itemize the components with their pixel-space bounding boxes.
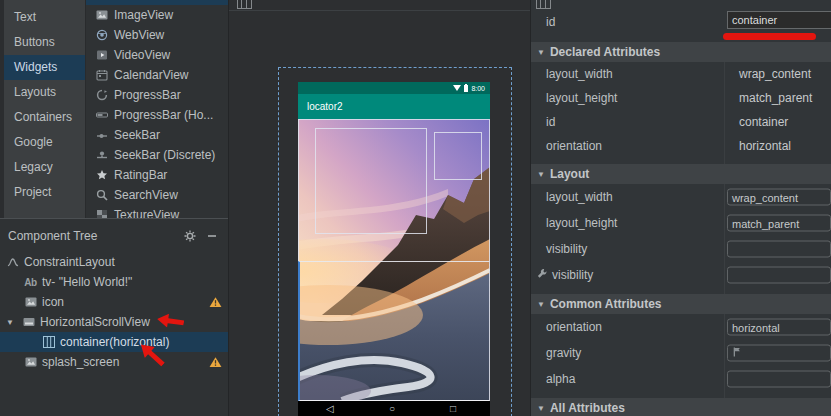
palette-widget-textureview[interactable]: TextureView xyxy=(86,205,228,218)
attr-name: layout_height xyxy=(546,216,617,230)
attr-value: match_parent xyxy=(739,91,812,105)
tree-item-constraintlayout[interactable]: ConstraintLayout xyxy=(0,252,228,272)
widget-label: VideoView xyxy=(114,48,170,62)
id-input[interactable] xyxy=(727,11,831,29)
attr-layout_width-dropdown[interactable]: wrap_content xyxy=(727,189,831,206)
palette-widget-progressbar-ho-[interactable]: ProgressBar (Ho... xyxy=(86,105,228,125)
palette-category-project[interactable]: Project xyxy=(4,180,85,205)
attr-visibility-dropdown[interactable] xyxy=(727,241,831,258)
palette-widget-imageview[interactable]: ImageView xyxy=(86,5,228,25)
attr-row-layout_height: layout_heightmatch_parent xyxy=(531,86,831,110)
palette-categories: TextButtonsWidgetsLayoutsContainersGoogl… xyxy=(0,0,85,218)
seekbard-icon xyxy=(95,149,108,162)
seekbar-icon xyxy=(95,129,108,142)
battery-icon xyxy=(464,85,468,92)
component-tree-panel: Component Tree ConstraintLayoutAbtv- "He… xyxy=(0,218,228,416)
view-rect-small[interactable] xyxy=(434,132,482,180)
attr-value: horizontal xyxy=(732,321,780,333)
category-label: Buttons xyxy=(14,35,55,49)
progressbarh-icon xyxy=(95,109,108,122)
palette-widget-seekbar-discrete-[interactable]: SeekBar (Discrete) xyxy=(86,145,228,165)
section-title: Declared Attributes xyxy=(550,45,660,59)
section-title: Common Attributes xyxy=(550,297,662,311)
attr-orientation-dropdown[interactable]: horizontal xyxy=(727,319,831,336)
palette-widget-searchview[interactable]: SearchView xyxy=(86,185,228,205)
webview-icon xyxy=(95,29,108,42)
palette-category-text[interactable]: Text xyxy=(4,5,85,30)
section-header-common-attributes[interactable]: ▼Common Attributes xyxy=(531,294,831,314)
collapse-icon[interactable]: ▼ xyxy=(537,300,545,309)
selected-container-bounds[interactable] xyxy=(298,261,490,401)
searchview-icon xyxy=(95,189,108,202)
palette-category-legacy[interactable]: Legacy xyxy=(4,155,85,180)
attributes-panel: id ▼Declared Attributeslayout_widthwrap_… xyxy=(530,0,831,416)
design-preview-photo[interactable] xyxy=(298,119,490,401)
palette-category-layouts[interactable]: Layouts xyxy=(4,80,85,105)
tree-item-splash-screen[interactable]: splash_screen xyxy=(0,352,228,372)
tree-item-icon[interactable]: icon xyxy=(0,292,228,312)
minimize-icon[interactable] xyxy=(205,229,218,242)
palette-category-buttons[interactable]: Buttons xyxy=(4,30,85,55)
attr-name: orientation xyxy=(546,139,602,153)
attr-layout_height-dropdown[interactable]: match_parent xyxy=(727,215,831,232)
palette-widget-seekbar[interactable]: SeekBar xyxy=(86,125,228,145)
section-title: All Attributes xyxy=(550,401,625,415)
videoview-icon xyxy=(95,49,108,62)
attr-row-visibility: visibility xyxy=(531,262,831,288)
widget-label: ProgressBar xyxy=(114,88,181,102)
collapse-icon[interactable]: ▼ xyxy=(537,404,545,413)
back-icon[interactable]: ◁ xyxy=(326,401,334,416)
wrench-icon xyxy=(537,268,548,282)
category-label: Layouts xyxy=(14,85,56,99)
category-label: Project xyxy=(14,185,51,199)
palette-widget-webview[interactable]: WebView xyxy=(86,25,228,45)
palette-widget-progressbar[interactable]: ProgressBar xyxy=(86,85,228,105)
recents-icon[interactable]: □ xyxy=(450,401,456,416)
category-label: Legacy xyxy=(14,160,53,174)
category-label: Containers xyxy=(14,110,72,124)
attr-visibility-dropdown[interactable] xyxy=(727,267,831,284)
section-title: Layout xyxy=(550,167,589,181)
textview-icon: Ab xyxy=(24,276,37,289)
palette-widget-calendarview[interactable]: CalendarView xyxy=(86,65,228,85)
attr-row-layout_height: layout_heightmatch_parent xyxy=(531,210,831,236)
attr-name: visibility xyxy=(546,242,587,256)
palette-widget-ratingbar[interactable]: RatingBar xyxy=(86,165,228,185)
attr-row-orientation: orientationhorizontal xyxy=(531,134,831,158)
attr-value: container xyxy=(739,115,788,129)
tree-item-tv-hello-world-[interactable]: Abtv- "Hello World!" xyxy=(0,272,228,292)
tree-item-horizontalscrollview[interactable]: ▼HorizontalScrollView xyxy=(0,312,228,332)
palette-category-widgets[interactable]: Widgets xyxy=(4,55,85,80)
toolbar-partial-icon xyxy=(237,0,252,9)
attr-value: wrap_content xyxy=(732,191,798,203)
attr-alpha-input[interactable] xyxy=(727,371,831,388)
widget-label: SeekBar xyxy=(114,128,160,142)
settings-gear-icon[interactable] xyxy=(183,229,196,242)
attr-name: visibility xyxy=(552,268,593,282)
collapse-icon[interactable]: ▼ xyxy=(537,48,545,57)
section-header-all-attributes[interactable]: ▼All Attributes xyxy=(531,398,831,416)
tree-item-label: tv- "Hello World!" xyxy=(42,275,132,289)
columns-icon xyxy=(42,336,55,349)
attr-gravity-flag-field[interactable] xyxy=(727,345,831,362)
expander-icon[interactable]: ▼ xyxy=(6,318,17,327)
widget-label: ProgressBar (Ho... xyxy=(114,108,213,122)
palette-category-containers[interactable]: Containers xyxy=(4,105,85,130)
section-header-declared-attributes[interactable]: ▼Declared Attributes xyxy=(531,42,831,62)
palette-category-google[interactable]: Google xyxy=(4,130,85,155)
red-underline-annotation xyxy=(723,33,816,40)
view-rect-large[interactable] xyxy=(315,128,427,234)
collapse-icon[interactable]: ▼ xyxy=(537,170,545,179)
section-header-layout[interactable]: ▼Layout xyxy=(531,164,831,184)
home-icon[interactable]: ○ xyxy=(389,401,395,416)
design-canvas[interactable]: 8:00 locator2 xyxy=(228,0,530,416)
tree-item-container-horizontal-[interactable]: container(horizontal) xyxy=(0,332,228,352)
textureview-icon xyxy=(95,209,108,219)
attr-value: horizontal xyxy=(739,139,791,153)
hscroll-icon xyxy=(22,316,35,329)
tree-item-label: icon xyxy=(42,295,64,309)
device-preview[interactable]: 8:00 locator2 xyxy=(298,82,490,416)
attr-name: alpha xyxy=(546,372,575,386)
calendarview-icon xyxy=(95,69,108,82)
palette-widget-videoview[interactable]: VideoView xyxy=(86,45,228,65)
